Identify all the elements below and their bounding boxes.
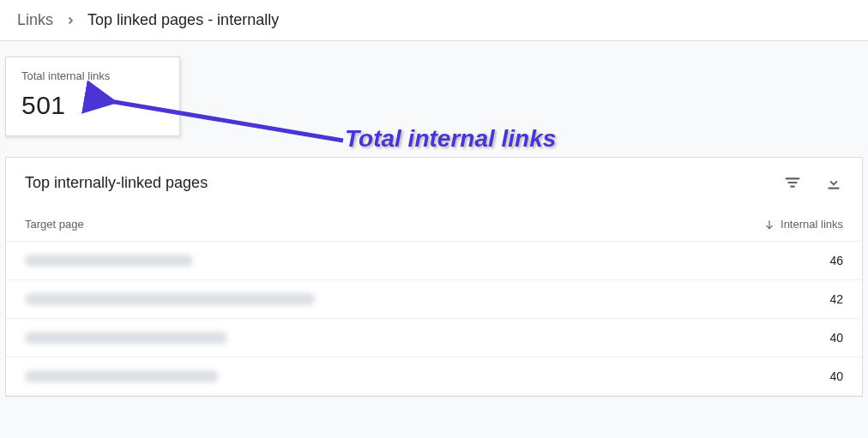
stat-value: 501 [21, 91, 164, 120]
target-page-url [25, 293, 315, 305]
table-header-actions [783, 173, 843, 192]
total-internal-links-card: Total internal links 501 [5, 57, 180, 136]
table-title: Top internally-linked pages [25, 174, 208, 192]
svg-rect-5 [829, 188, 840, 189]
filter-icon[interactable] [783, 173, 802, 192]
internal-links-value: 46 [829, 254, 843, 267]
column-internal-links[interactable]: Internal links [763, 218, 843, 231]
target-page-url [25, 332, 227, 344]
breadcrumb: Links Top linked pages - internally [0, 0, 868, 41]
internal-links-value: 42 [829, 292, 843, 306]
target-page-url [25, 255, 193, 267]
chevron-right-icon [65, 15, 75, 26]
top-internally-linked-pages-card: Top internally-linked pages [5, 157, 863, 397]
annotation-label: Total internal links [345, 125, 556, 153]
internal-links-value: 40 [829, 331, 843, 345]
sort-descending-icon [763, 219, 775, 231]
target-page-url [25, 370, 219, 382]
breadcrumb-current: Top linked pages - internally [87, 11, 279, 29]
column-internal-links-label: Internal links [781, 218, 843, 231]
internal-links-value: 40 [829, 369, 843, 383]
table-card-header: Top internally-linked pages [6, 158, 862, 209]
table-row[interactable]: 40 [6, 357, 862, 396]
breadcrumb-root-link[interactable]: Links [17, 11, 53, 29]
main-content: Total internal links 501 Total internal … [0, 41, 868, 397]
stat-label: Total internal links [21, 69, 164, 82]
table-row[interactable]: 46 [6, 242, 862, 280]
table-row[interactable]: 40 [6, 319, 862, 357]
column-target-page: Target page [25, 218, 84, 231]
table-body: 46424040 [6, 242, 862, 396]
table-columns-header: Target page Internal links [6, 209, 862, 242]
download-icon[interactable] [824, 173, 843, 192]
table-row[interactable]: 42 [6, 280, 862, 319]
